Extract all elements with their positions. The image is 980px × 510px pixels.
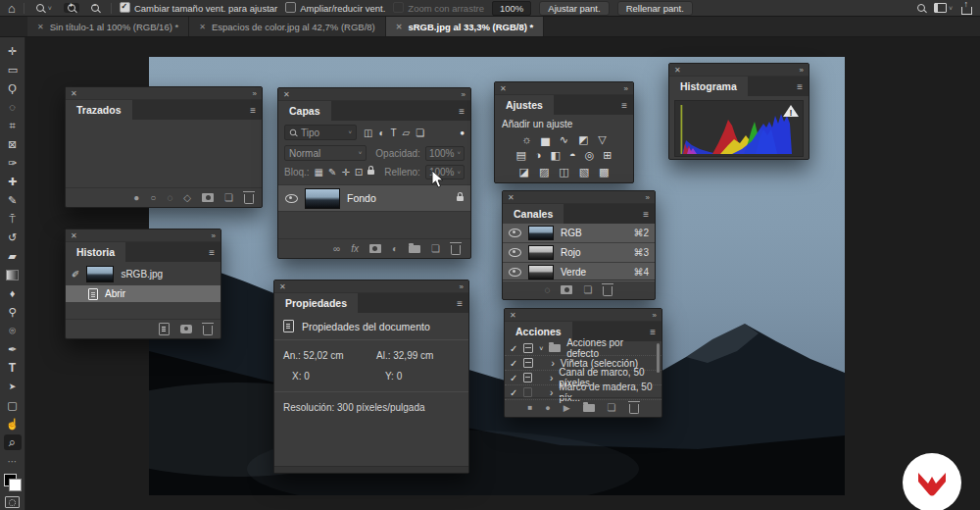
resize-windows-checkbox[interactable]: Cambiar tamaño vent. para ajustar xyxy=(120,2,277,14)
channel-row-rgb[interactable]: RGB ⌘2 xyxy=(503,224,655,243)
close-icon[interactable]: ✕ xyxy=(283,90,290,99)
zoom-out-button[interactable]: − xyxy=(87,3,103,13)
check-icon[interactable]: ✓ xyxy=(510,373,517,383)
link-layers-icon[interactable]: ∞ xyxy=(333,243,340,254)
clone-stamp-tool[interactable]: ⍑ xyxy=(4,211,22,227)
record-icon[interactable]: ● xyxy=(545,403,550,413)
threshold-icon[interactable]: ◫ xyxy=(559,166,568,178)
share-icon[interactable] xyxy=(961,7,972,15)
fill-screen-button[interactable]: Rellenar pant. xyxy=(617,1,693,16)
workspace-switcher[interactable]: ˅ xyxy=(934,3,953,13)
lock-artboard-icon[interactable]: ⊡ xyxy=(355,167,363,178)
new-action-icon[interactable]: ❏ xyxy=(608,402,616,413)
collapse-icon[interactable]: » xyxy=(212,231,216,240)
add-mask-icon[interactable] xyxy=(202,193,214,202)
close-icon[interactable]: ✕ xyxy=(674,66,681,75)
modal-control-icon[interactable] xyxy=(523,343,533,353)
zoom-tool[interactable]: ⌕ xyxy=(4,434,22,450)
brush-tool[interactable]: ✎ xyxy=(4,192,22,208)
modal-control-icon[interactable] xyxy=(523,373,532,382)
load-channel-selection-icon[interactable]: ◌ xyxy=(545,284,551,295)
tab-acciones[interactable]: Acciones xyxy=(505,322,572,341)
panel-menu-icon[interactable]: ≡ xyxy=(621,100,633,111)
make-work-path-icon[interactable]: ◇ xyxy=(183,192,191,203)
crop-tool[interactable]: ⌗ xyxy=(4,118,22,133)
history-source-icon[interactable]: ✐ xyxy=(72,269,79,280)
eraser-tool[interactable]: ▰ xyxy=(4,248,22,264)
filter-toggle-icon[interactable]: ● xyxy=(460,128,465,137)
collapse-icon[interactable]: » xyxy=(462,90,466,99)
chevron-right-icon[interactable]: › xyxy=(551,358,554,369)
scrollbar[interactable] xyxy=(657,343,660,373)
trash-icon[interactable] xyxy=(244,194,254,204)
zoom-resize-checkbox[interactable]: Ampliar/reducir vent. xyxy=(285,2,385,14)
edit-toolbar-button[interactable]: ⋯ xyxy=(4,453,22,469)
background-color-swatch[interactable] xyxy=(9,479,22,491)
blur-tool[interactable]: ♦ xyxy=(4,285,22,301)
panel-menu-icon[interactable]: ≡ xyxy=(643,209,655,220)
history-state-row-selected[interactable]: Abrir xyxy=(66,285,220,302)
channel-row-rojo[interactable]: Rojo ⌘3 xyxy=(503,243,655,263)
exposure-icon[interactable]: ◩ xyxy=(578,133,588,146)
posterize-icon[interactable]: ▨ xyxy=(539,166,549,178)
check-icon[interactable]: ✓ xyxy=(510,387,517,398)
lasso-tool[interactable]: Ϙ xyxy=(4,80,22,96)
channel-visibility-eye-icon[interactable] xyxy=(509,268,521,277)
background-lock-icon[interactable] xyxy=(457,196,464,201)
channel-visibility-eye-icon[interactable] xyxy=(509,248,521,257)
new-path-icon[interactable]: ❏ xyxy=(224,192,233,203)
shape-tool[interactable]: ▢ xyxy=(4,397,22,413)
collapse-icon[interactable]: » xyxy=(624,84,628,93)
tab-ajustes[interactable]: Ajustes xyxy=(495,95,554,115)
stroke-path-icon[interactable]: ○ xyxy=(150,192,156,203)
brightness-contrast-icon[interactable]: ☼ xyxy=(521,133,531,146)
channel-visibility-eye-icon[interactable] xyxy=(509,229,521,237)
pixel-layer-filter-icon[interactable]: ◫ xyxy=(364,128,372,138)
close-icon[interactable]: ✕ xyxy=(199,23,206,31)
type-layer-filter-icon[interactable]: T xyxy=(391,128,397,138)
lock-transparency-icon[interactable]: ▦ xyxy=(315,167,323,178)
trash-icon[interactable] xyxy=(629,404,639,414)
invert-icon[interactable]: ◪ xyxy=(518,166,528,178)
new-set-folder-icon[interactable] xyxy=(583,404,595,412)
search-icon[interactable] xyxy=(917,4,925,12)
path-selection-tool[interactable]: ➤ xyxy=(4,379,22,394)
modal-control-empty-icon[interactable] xyxy=(523,387,532,397)
collapse-icon[interactable]: » xyxy=(253,89,257,98)
layer-filter-select[interactable]: Tipo ˅ xyxy=(284,125,357,140)
trash-icon[interactable] xyxy=(451,245,461,255)
burn-tool[interactable]: ⌾ xyxy=(4,323,22,338)
adjustment-layer-icon[interactable]: ◐ xyxy=(392,243,398,254)
new-channel-icon[interactable]: ❏ xyxy=(583,284,592,295)
tab-espacios-de-color[interactable]: ✕ Espacios de color.jpg al 42,7% (RGB/8) xyxy=(189,17,386,36)
layer-style-fx-icon[interactable]: fx xyxy=(351,243,359,254)
opacity-field[interactable]: 100% ˅ xyxy=(425,146,465,161)
vibrance-icon[interactable]: ▽ xyxy=(598,133,606,146)
save-selection-icon[interactable] xyxy=(561,285,572,294)
hue-saturation-icon[interactable]: ▤ xyxy=(516,149,526,162)
trash-icon[interactable] xyxy=(203,326,213,335)
layer-visibility-eye-icon[interactable] xyxy=(285,194,298,203)
collapse-icon[interactable]: » xyxy=(460,282,464,291)
adjustment-layer-filter-icon[interactable]: ◐ xyxy=(378,128,384,138)
black-white-icon[interactable]: ◧ xyxy=(551,149,561,162)
add-mask-icon[interactable] xyxy=(369,244,381,253)
zoom-percentage-field[interactable]: 100% xyxy=(492,1,531,16)
panel-menu-icon[interactable]: ≡ xyxy=(797,81,808,92)
photo-filter-icon[interactable]: ◓ xyxy=(569,149,576,162)
close-icon[interactable]: ✕ xyxy=(71,89,77,98)
check-icon[interactable]: ✓ xyxy=(510,358,517,369)
load-selection-icon[interactable]: ◌ xyxy=(167,192,172,203)
stop-icon[interactable]: ■ xyxy=(527,403,532,412)
snapshot-camera-icon[interactable] xyxy=(180,325,192,333)
collapse-icon[interactable]: » xyxy=(800,66,804,75)
color-lookup-icon[interactable]: ⊞ xyxy=(603,149,612,162)
curves-icon[interactable]: ∿ xyxy=(560,133,568,146)
close-icon[interactable]: ✕ xyxy=(279,282,286,291)
lock-pixels-icon[interactable]: ✎ xyxy=(328,167,336,178)
chevron-down-icon[interactable]: ˅ xyxy=(539,345,543,352)
close-icon[interactable]: ✕ xyxy=(37,23,44,31)
new-group-folder-icon[interactable] xyxy=(409,245,420,253)
gradient-map-icon[interactable]: ▩ xyxy=(599,166,609,178)
blend-mode-select[interactable]: Normal ˅ xyxy=(284,145,367,161)
